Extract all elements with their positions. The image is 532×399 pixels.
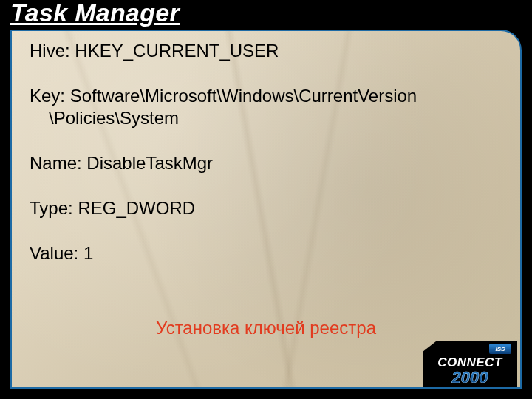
- type-label: Type:: [30, 198, 78, 218]
- value-value: 1: [83, 243, 93, 263]
- logo-year: 2000: [451, 368, 489, 386]
- type-value: REG_DWORD: [78, 198, 195, 218]
- key-label: Key:: [30, 86, 70, 106]
- slide-title: Task Manager: [10, 0, 180, 27]
- hive-line: Hive: HKEY_CURRENT_USER: [30, 40, 505, 63]
- hive-value: HKEY_CURRENT_USER: [75, 41, 279, 61]
- type-line: Type: REG_DWORD: [30, 197, 505, 220]
- key-line1: Software\Microsoft\Windows\CurrentVersio…: [70, 86, 417, 106]
- name-value: DisableTaskMgr: [86, 153, 213, 173]
- key-line: Key: Software\Microsoft\Windows\CurrentV…: [30, 85, 505, 130]
- value-label: Value:: [30, 243, 83, 263]
- logo-iss: ISS: [496, 346, 506, 352]
- connect-2000-logo: ISS CONNECT 2000: [423, 341, 517, 387]
- hive-label: Hive:: [30, 41, 75, 61]
- footer-caption: Установка ключей реестра: [12, 318, 520, 338]
- value-line: Value: 1: [30, 242, 505, 265]
- slide: Task Manager Hive: HKEY_CURRENT_USER Key…: [0, 0, 532, 399]
- content-frame: Hive: HKEY_CURRENT_USER Key: Software\Mi…: [10, 30, 522, 389]
- name-label: Name:: [30, 153, 86, 173]
- key-line2: \Policies\System: [30, 107, 505, 130]
- registry-info: Hive: HKEY_CURRENT_USER Key: Software\Mi…: [30, 40, 505, 265]
- name-line: Name: DisableTaskMgr: [30, 152, 505, 175]
